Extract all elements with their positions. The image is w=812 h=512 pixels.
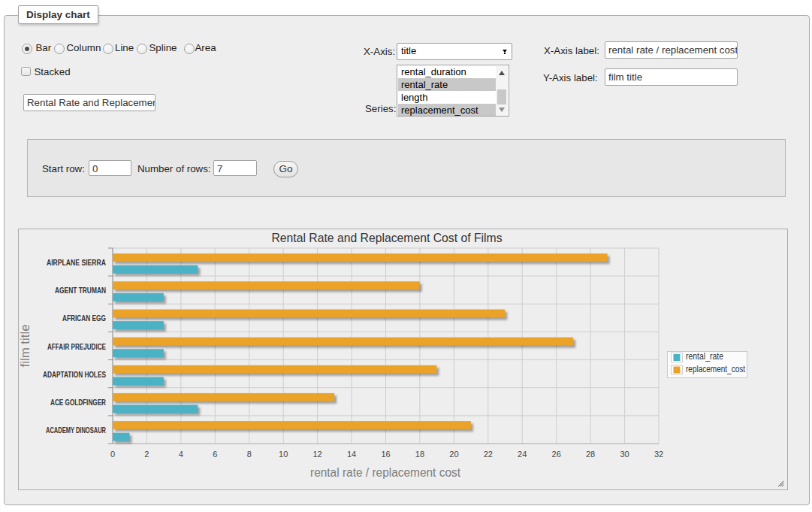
svg-text:ACE GOLDFINGER: ACE GOLDFINGER (50, 398, 106, 407)
svg-text:AFFAIR PREJUDICE: AFFAIR PREJUDICE (47, 342, 106, 351)
svg-text:rental rate / replacement cost: rental rate / replacement cost (310, 466, 461, 479)
svg-text:14: 14 (347, 450, 356, 459)
svg-text:18: 18 (415, 450, 424, 459)
svg-text:rental_rate: rental_rate (686, 351, 723, 362)
svg-text:AIRPLANE SIERRA: AIRPLANE SIERRA (47, 258, 106, 267)
svg-text:ACADEMY DINOSAUR: ACADEMY DINOSAUR (46, 426, 106, 435)
svg-text:AFRICAN EGG: AFRICAN EGG (62, 314, 106, 323)
svg-text:6: 6 (213, 450, 217, 459)
svg-text:8: 8 (247, 450, 252, 459)
svg-text:10: 10 (279, 450, 288, 459)
svg-text:0: 0 (110, 450, 115, 459)
svg-text:24: 24 (518, 450, 527, 459)
svg-text:32: 32 (654, 450, 663, 459)
svg-text:26: 26 (552, 450, 561, 459)
svg-text:AGENT TRUMAN: AGENT TRUMAN (55, 286, 106, 295)
svg-text:30: 30 (620, 450, 629, 459)
svg-text:replacement_cost: replacement_cost (686, 364, 745, 374)
svg-text:16: 16 (381, 450, 390, 459)
svg-text:4: 4 (179, 450, 183, 459)
svg-text:ADAPTATION HOLES: ADAPTATION HOLES (43, 370, 106, 379)
svg-text:Rental Rate and Replacement Co: Rental Rate and Replacement Cost of Film… (272, 231, 503, 245)
svg-text:2: 2 (144, 450, 149, 459)
svg-text:12: 12 (312, 450, 321, 459)
svg-text:22: 22 (484, 450, 493, 459)
svg-text:film title: film title (19, 324, 32, 367)
svg-text:20: 20 (449, 450, 458, 459)
svg-text:28: 28 (586, 450, 595, 459)
